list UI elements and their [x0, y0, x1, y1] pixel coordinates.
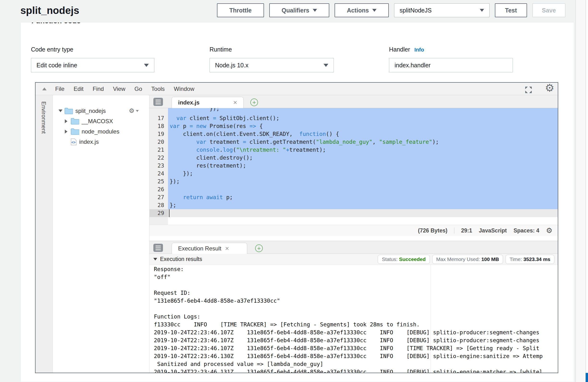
- tab-index-js[interactable]: index.js ×: [172, 97, 244, 108]
- code-line-17[interactable]: var client = SplitObj.client();: [170, 114, 558, 122]
- gutter-line-number[interactable]: 29: [149, 209, 168, 217]
- tab-list-icon[interactable]: [153, 244, 163, 252]
- result-line: Response:: [154, 265, 558, 273]
- caret-right-icon[interactable]: [65, 119, 71, 123]
- menu-file[interactable]: File: [55, 86, 64, 92]
- handler-input[interactable]: [389, 58, 513, 72]
- code-line-27[interactable]: return await p;: [170, 193, 558, 201]
- code-line-21[interactable]: console.log("\ntreatment: "+treatment);: [170, 146, 558, 154]
- save-button[interactable]: Save: [532, 3, 566, 17]
- actions-button[interactable]: Actions: [335, 3, 389, 17]
- folder-icon: [64, 108, 73, 114]
- tree-item-node-modules[interactable]: node_modules: [53, 126, 149, 137]
- code-tab-bar: index.js × +: [149, 95, 558, 108]
- code-line-19[interactable]: client.on(client.Event.SDK_READY, functi…: [170, 130, 558, 138]
- chevron-down-icon: [323, 64, 328, 67]
- handler-label: HandlerInfo: [389, 46, 424, 53]
- result-line: 2019-10-24T22:23:46.107Z 131e865f-6eb4-4…: [154, 336, 558, 344]
- page-scrollbar[interactable]: [575, 0, 586, 382]
- chevron-down-icon: [372, 9, 377, 12]
- environment-sidebar-tab[interactable]: Environment: [36, 95, 53, 373]
- caret-down-icon[interactable]: [59, 110, 64, 112]
- code-entry-type-label: Code entry type: [31, 46, 73, 53]
- tree-item--macosx[interactable]: __MACOSX: [53, 116, 149, 126]
- tree-item-index.js[interactable]: <>index.js: [53, 137, 149, 147]
- menu-edit[interactable]: Edit: [74, 86, 84, 92]
- gutter-line-number[interactable]: 24: [149, 170, 168, 178]
- throttle-button[interactable]: Throttle: [217, 3, 264, 17]
- handler-info-link[interactable]: Info: [415, 47, 424, 53]
- lambda-console-page: split_nodejs Throttle Qualifiers Actions…: [0, 0, 588, 382]
- code-line-16-partial: });: [170, 108, 558, 114]
- test-button[interactable]: Test: [495, 3, 527, 17]
- caret-down-icon[interactable]: [153, 258, 157, 261]
- test-event-select[interactable]: splitNodeJS: [394, 3, 490, 17]
- editor-settings-gear-icon[interactable]: ⚙: [545, 84, 554, 92]
- gutter-line-number[interactable]: 20: [149, 138, 168, 146]
- chevron-down-icon: [313, 9, 317, 12]
- function-code-panel: Function code Info Code entry type Edit …: [21, 22, 574, 382]
- code-line-22[interactable]: client.destroy();: [170, 154, 558, 162]
- result-line: f13330cc INFO [TIME TRACKER] => [Fetchin…: [154, 321, 558, 328]
- gutter-line-number[interactable]: 18: [149, 122, 168, 130]
- gutter-line-number[interactable]: 28: [149, 201, 168, 209]
- new-tab-plus-icon[interactable]: +: [255, 245, 263, 252]
- new-tab-plus-icon[interactable]: +: [250, 98, 258, 106]
- gutter-line-number[interactable]: 17: [149, 114, 168, 122]
- cursor-position[interactable]: 29:1: [461, 228, 472, 234]
- close-icon[interactable]: ×: [233, 99, 237, 106]
- code-entry-type-select[interactable]: Edit code inline: [31, 58, 154, 72]
- code-editor[interactable]: 17181920212223242526272829 }); var clien…: [149, 108, 558, 225]
- tab-execution-result[interactable]: Execution Result ×: [172, 243, 247, 254]
- gutter-line-number[interactable]: 26: [149, 186, 168, 193]
- code-line-18[interactable]: var p = new Promise(res => {: [170, 122, 558, 130]
- gutter-line-number[interactable]: 22: [149, 154, 168, 162]
- result-badge-status: Status: Succeeded: [378, 255, 430, 264]
- gutter-line-number[interactable]: 27: [149, 193, 168, 201]
- close-icon[interactable]: ×: [225, 245, 229, 252]
- collapse-menubar-icon[interactable]: [42, 87, 46, 90]
- tree-item-split-nodejs[interactable]: split_nodejs⚙: [53, 106, 149, 116]
- caret-right-icon[interactable]: [65, 130, 71, 134]
- tree-settings-gear-icon[interactable]: ⚙: [129, 107, 139, 115]
- menu-window[interactable]: Window: [174, 86, 194, 92]
- code-line-29[interactable]: [170, 209, 558, 217]
- editor-status-bar: (726 Bytes) 29:1 JavaScript Spaces: 4 ⚙: [149, 225, 558, 236]
- runtime-select[interactable]: Node.js 10.x: [210, 58, 334, 72]
- editor-menubar: FileEditFindViewGoToolsWindow ⚙: [36, 83, 558, 95]
- result-line: 2019-10-24T22:23:46.107Z 131e865f-6eb4-4…: [154, 328, 558, 336]
- code-line-20[interactable]: var treatment = client.getTreatment("lam…: [170, 138, 558, 146]
- gutter-line-number[interactable]: 25: [149, 178, 168, 186]
- text-cursor: [169, 209, 169, 217]
- header-actions: Throttle Qualifiers Actions splitNodeJS …: [217, 3, 566, 17]
- language-mode[interactable]: JavaScript: [479, 228, 507, 234]
- editor-window: FileEditFindViewGoToolsWindow ⚙ Environm…: [35, 82, 558, 373]
- result-line: [154, 281, 558, 289]
- folder-icon: [71, 118, 79, 125]
- qualifiers-button[interactable]: Qualifiers: [269, 3, 329, 17]
- code-line-26[interactable]: [170, 186, 558, 193]
- menu-find[interactable]: Find: [93, 86, 104, 92]
- tab-list-icon[interactable]: [153, 98, 163, 106]
- execution-results-header: Execution results Status: SucceededMax M…: [149, 254, 558, 265]
- result-line: [154, 305, 558, 313]
- gutter: 17181920212223242526272829: [149, 108, 168, 225]
- statusbar-gear-icon[interactable]: ⚙: [546, 227, 552, 234]
- gutter-line-number[interactable]: 23: [149, 162, 168, 170]
- gutter-line-number[interactable]: 21: [149, 146, 168, 154]
- menu-view[interactable]: View: [113, 86, 126, 92]
- code-line-23[interactable]: res(treatment);: [170, 162, 558, 170]
- menu-go[interactable]: Go: [134, 86, 142, 92]
- fullscreen-icon[interactable]: [524, 86, 533, 95]
- folder-icon: [71, 128, 79, 135]
- js-file-icon: <>: [71, 138, 77, 145]
- result-line: 2019-10-24T22:23:46.107Z 131e865f-6eb4-4…: [154, 344, 558, 352]
- code-line-24[interactable]: });: [170, 170, 558, 178]
- gutter-line-number[interactable]: 19: [149, 130, 168, 138]
- code-line-25[interactable]: });: [170, 178, 558, 186]
- indentation-setting[interactable]: Spaces: 4: [514, 228, 539, 234]
- result-badge-time: Time: 3523.34 ms: [505, 255, 554, 264]
- menu-tools[interactable]: Tools: [151, 86, 165, 92]
- result-line: "off": [154, 273, 558, 281]
- code-line-28[interactable]: };: [170, 201, 558, 209]
